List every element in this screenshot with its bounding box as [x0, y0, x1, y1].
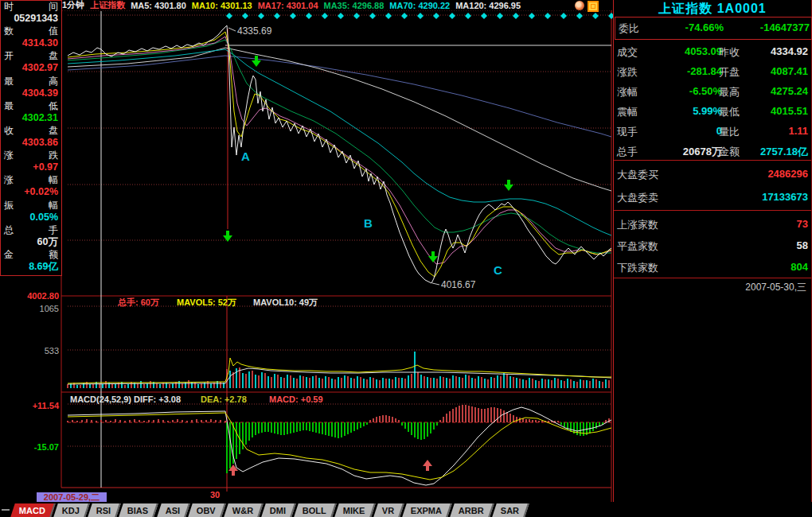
macd-header-params: MACD(24,52,9) DIFF: +3.08	[70, 395, 181, 404]
macd-header-dea: DEA: +2.78	[201, 395, 247, 404]
main-bottom-scale: 4002.80	[27, 291, 59, 301]
index-name-label[interactable]: 上证指数	[90, 0, 125, 11]
macd-scale-pos: +11.54	[33, 401, 60, 410]
sidebar-row-change: 涨跌 +0.97	[2, 150, 60, 174]
volume-header-mavol5: MAVOL5: 52万	[177, 297, 236, 307]
axis-tick-label: 30	[210, 490, 220, 500]
tab-arbr[interactable]: ARBR	[450, 503, 494, 517]
sidebar-row-close: 收盘 4303.86	[2, 125, 60, 150]
ma17-legend: MA17: 4301.04	[258, 1, 318, 10]
sidebar-row-amplitude: 振幅 0.05%	[2, 200, 60, 224]
quote-row: 震幅 5.99% 最低 4015.51	[617, 105, 810, 119]
sidebar-row-change-pct: 涨幅 +0.02%	[2, 174, 60, 199]
low-label-pointer	[432, 283, 439, 285]
tab-vr[interactable]: VR	[373, 503, 404, 517]
vol-scale-lo: 533	[45, 346, 59, 356]
weibi-box: 委比 -74.66% -14647377	[615, 17, 812, 40]
sidebar-row-time: 时间 05291343	[2, 1, 60, 25]
ma35-legend: MA35: 4296.88	[324, 1, 385, 10]
macd-gridlines	[68, 404, 611, 446]
low-value: 4302.31	[2, 112, 60, 124]
divider	[614, 210, 811, 211]
tab-rsi[interactable]: RSI	[88, 503, 121, 517]
macd-hist-green	[227, 422, 603, 473]
sidebar-row-high: 最高 4304.39	[2, 76, 60, 100]
market-bid-row: 大盘委买 2486296	[617, 168, 810, 182]
quote-row: 涨跌 -281.84 开盘 4087.41	[617, 65, 810, 80]
chart-top-bar: 1分钟 上证指数 MA5: 4301.80 MA10: 4301.13 MA17…	[62, 0, 613, 10]
macd-header-macd: MACD: +0.59	[269, 395, 323, 404]
sidebar-row-amount: 金额 8.69亿	[2, 249, 60, 274]
down-arrow-icon	[504, 180, 513, 191]
price-value: 4314.30	[2, 37, 60, 49]
tab-mike[interactable]: MIKE	[334, 503, 375, 517]
quote-row: 总手 20678万 金额 2757.18亿	[617, 145, 810, 159]
weibi-pct: -74.66%	[685, 21, 724, 33]
tab-kdj[interactable]: KDJ	[53, 503, 90, 517]
quote-row: 涨幅 -6.50% 最高 4275.24	[617, 85, 810, 99]
wave-label-b: B	[364, 216, 373, 230]
weibi-diff: -14647377	[760, 21, 810, 33]
unchanged-row: 平盘家数 58	[617, 239, 810, 254]
sidebar-row-value: 数值 4314.30	[2, 25, 60, 50]
index-title[interactable]: 上证指数 1A0001	[614, 1, 811, 17]
low-value-label: 4016.67	[441, 279, 476, 290]
macd-hist-red	[370, 405, 609, 422]
indicator-tab-bar: MACD KDJ RSI BIAS ASI OBV W&R DMI BOLL M…	[0, 502, 812, 517]
amount-value: 8.69亿	[2, 261, 60, 273]
down-arrow-icon	[223, 231, 232, 242]
quote-row: 现手 0 量比 1.11	[617, 125, 810, 139]
tab-asi[interactable]: ASI	[157, 503, 190, 517]
main-chart-canvas[interactable]: 4335.69 4016.67 A B C 4002.80 1065 533 +…	[0, 0, 613, 503]
tab-dmi[interactable]: DMI	[261, 503, 296, 517]
volume-value: 60万	[2, 236, 60, 248]
down-arrow-icon	[252, 56, 261, 67]
tab-boll[interactable]: BOLL	[295, 503, 337, 517]
trading-app-window: 4335.69 4016.67 A B C 4002.80 1065 533 +…	[0, 0, 812, 517]
tab-macd[interactable]: MACD	[10, 503, 56, 517]
diamond-markers	[226, 13, 613, 19]
orange-square-icon[interactable]	[588, 1, 599, 12]
tab-bias[interactable]: BIAS	[119, 503, 159, 517]
slow-ma-line	[68, 56, 611, 137]
close-value: 4303.86	[2, 137, 60, 149]
ma70-line	[68, 49, 611, 235]
wave-label-c: C	[494, 263, 502, 277]
wave-label-a: A	[241, 150, 250, 163]
price-line	[68, 25, 611, 283]
sidebar-row-open: 开盘 4302.97	[2, 50, 60, 75]
macd-hist-flat-red	[68, 419, 225, 422]
quote-row: 成交 4053.09 昨收 4334.92	[617, 45, 810, 60]
macd-scale-neg: -15.07	[34, 442, 59, 452]
time-value: 05291343	[2, 13, 60, 25]
weibi-label: 委比	[619, 22, 639, 34]
tab-obv[interactable]: OBV	[188, 503, 225, 517]
advancers-row: 上涨家数 73	[617, 218, 810, 232]
divider	[614, 278, 811, 278]
divider	[614, 160, 811, 161]
ma120-legend: MA120: 4296.95	[455, 1, 521, 10]
high-label-pointer	[228, 28, 236, 31]
sidebar-row-low: 最低 4302.31	[2, 100, 60, 125]
sidebar-row-volume: 总手 60万	[2, 224, 60, 249]
change-pct-value: +0.02%	[2, 186, 60, 198]
price-gridlines	[68, 15, 611, 240]
down-arrow-markers	[223, 56, 513, 262]
open-value: 4302.97	[2, 62, 60, 74]
amplitude-value: 0.05%	[2, 212, 60, 224]
volume-header-total: 总手: 60万	[117, 297, 159, 307]
decliners-row: 下跌家数 804	[617, 261, 810, 275]
volume-header-mavol10: MAVOL10: 49万	[253, 297, 318, 307]
high-value-label: 4335.69	[237, 25, 272, 37]
change-value: +0.97	[2, 161, 60, 173]
tab-wr[interactable]: W&R	[224, 503, 264, 517]
tab-sar[interactable]: SAR	[492, 503, 529, 517]
ma70-legend: MA70: 4290.22	[389, 1, 450, 10]
minimize-dash-icon[interactable]	[2, 509, 10, 511]
panel-date-label: 2007-05-30,三	[745, 281, 806, 294]
down-arrow-icon	[428, 251, 438, 262]
spiky-ball-icon[interactable]	[575, 1, 584, 10]
volume-gridlines	[68, 306, 611, 350]
tab-expma[interactable]: EXPMA	[402, 503, 452, 517]
period-label[interactable]: 1分钟	[62, 0, 84, 11]
